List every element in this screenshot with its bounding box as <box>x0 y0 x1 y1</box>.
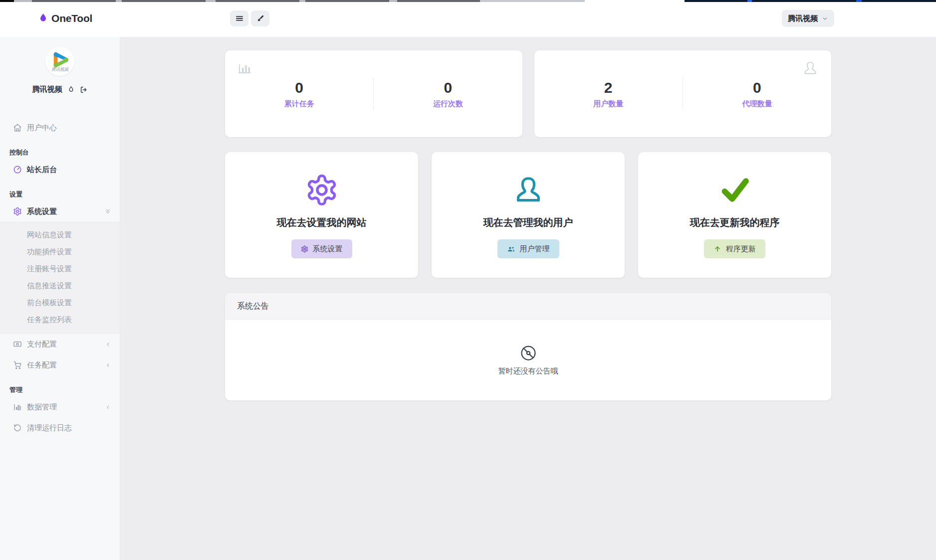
button-label: 用户管理 <box>520 244 550 254</box>
stat-label: 代理数量 <box>683 99 831 109</box>
check-icon <box>717 172 753 208</box>
sidebar-item-webmaster-console[interactable]: 站长后台 <box>0 159 120 180</box>
stat-value: 0 <box>683 79 831 96</box>
home-icon <box>12 123 22 132</box>
sidebar-menu: 用户中心 控制台 站长后台 设置 系统设置 网站信息设置 功能插件设置 注册账号… <box>0 117 120 438</box>
empty-text: 暂时还没有公告哦 <box>498 367 558 376</box>
sidebar-section-manage: 管理 <box>0 385 120 394</box>
chart-bars-icon <box>237 60 252 75</box>
theme-brush-button[interactable] <box>251 10 269 26</box>
stat-label: 运行次数 <box>374 99 522 109</box>
sidebar-toggle-button[interactable] <box>230 10 248 26</box>
sidebar-profile: 腾讯视频 腾讯视频 <box>0 37 120 94</box>
stats-row: 0 累计任务 0 运行次数 2 用户数量 0 <box>225 50 831 137</box>
profile-name: 腾讯视频 <box>32 85 62 94</box>
site-switcher-label: 腾讯视频 <box>788 14 818 23</box>
sidebar-item-system-settings[interactable]: 系统设置 <box>0 201 120 222</box>
chevron-down-icon <box>822 15 828 22</box>
button-label: 程序更新 <box>726 244 756 254</box>
update-program-card: 现在去更新我的程序 程序更新 <box>638 152 831 278</box>
stat-label: 累计任务 <box>225 99 373 109</box>
chevron-left-icon <box>105 404 111 410</box>
gear-icon <box>12 207 22 216</box>
system-settings-button[interactable]: 系统设置 <box>291 239 352 258</box>
stat-user-count: 2 用户数量 <box>534 79 683 109</box>
sidebar-item-label: 系统设置 <box>27 207 57 216</box>
stat-run-count: 0 运行次数 <box>374 79 522 109</box>
action-cards-row: 现在去设置我的网站 系统设置 现在去管理我的用户 用户管理 <box>225 152 831 278</box>
submenu-item-plugins[interactable]: 功能插件设置 <box>0 243 120 260</box>
setup-site-card: 现在去设置我的网站 系统设置 <box>225 152 418 278</box>
tasks-stat-card: 0 累计任务 0 运行次数 <box>225 50 522 137</box>
hamburger-icon <box>235 14 244 23</box>
bar-chart-icon <box>12 402 22 411</box>
announcement-panel: 系统公告 暂时还没有公告哦 <box>225 293 831 400</box>
brand: OneTool <box>38 0 92 37</box>
chevron-left-icon <box>105 363 111 368</box>
stat-value: 0 <box>225 79 373 96</box>
sidebar-item-label: 用户中心 <box>27 123 57 133</box>
paintbrush-icon <box>256 14 264 23</box>
brand-name: OneTool <box>51 12 92 24</box>
browser-tab-strip <box>0 0 936 2</box>
stat-value: 0 <box>374 79 522 96</box>
banknote-icon <box>12 340 22 349</box>
sidebar-item-user-center[interactable]: 用户中心 <box>0 117 120 138</box>
sidebar: 腾讯视频 腾讯视频 用户中心 控制台 站长后台 设置 <box>0 37 120 560</box>
gauge-icon <box>12 165 22 174</box>
button-label: 系统设置 <box>313 244 343 254</box>
chevron-double-down-icon <box>105 208 111 214</box>
sidebar-item-label: 数据管理 <box>27 402 57 412</box>
action-card-title: 现在去管理我的用户 <box>483 216 573 229</box>
sidebar-section-settings: 设置 <box>0 190 120 199</box>
sidebar-item-task-config[interactable]: 任务配置 <box>0 355 120 375</box>
user-icon <box>513 172 544 208</box>
user-management-button[interactable]: 用户管理 <box>497 239 559 258</box>
main-content: 0 累计任务 0 运行次数 2 用户数量 0 <box>120 37 936 560</box>
cart-icon <box>12 361 22 370</box>
program-update-button[interactable]: 程序更新 <box>704 239 765 258</box>
submenu-item-task-monitor[interactable]: 任务监控列表 <box>0 311 120 328</box>
sidebar-item-label: 任务配置 <box>27 361 57 370</box>
sidebar-section-console: 控制台 <box>0 148 120 157</box>
chevron-left-icon <box>105 342 111 347</box>
sidebar-item-label: 清理运行日志 <box>27 423 72 433</box>
onetool-logo-icon <box>38 13 48 24</box>
manage-users-card: 现在去管理我的用户 用户管理 <box>432 152 625 278</box>
logout-icon[interactable] <box>80 86 88 94</box>
gear-icon <box>301 245 308 253</box>
gear-icon <box>305 172 339 208</box>
site-switcher-dropdown[interactable]: 腾讯视频 <box>782 10 834 27</box>
submenu-item-message-push[interactable]: 信息推送设置 <box>0 277 120 294</box>
submenu-item-front-template[interactable]: 前台模板设置 <box>0 294 120 311</box>
submenu-item-site-info[interactable]: 网站信息设置 <box>0 226 120 243</box>
stat-label: 用户数量 <box>534 99 683 109</box>
site-avatar[interactable]: 腾讯视频 <box>45 47 74 76</box>
sidebar-item-label: 支付配置 <box>27 340 57 349</box>
refresh-icon <box>12 423 22 432</box>
stat-value: 2 <box>534 79 683 96</box>
sidebar-item-clear-logs[interactable]: 清理运行日志 <box>0 417 120 438</box>
announcement-empty-state: 暂时还没有公告哦 <box>225 320 831 400</box>
announcement-header: 系统公告 <box>225 293 831 320</box>
system-settings-submenu: 网站信息设置 功能插件设置 注册账号设置 信息推送设置 前台模板设置 任务监控列… <box>0 222 120 334</box>
sidebar-item-data-manage[interactable]: 数据管理 <box>0 396 120 417</box>
arrow-up-icon <box>713 245 721 253</box>
action-card-title: 现在去设置我的网站 <box>277 216 367 229</box>
users-stat-card: 2 用户数量 0 代理数量 <box>534 50 832 137</box>
topbar: OneTool 腾讯视频 <box>0 0 936 37</box>
users-icon <box>507 245 515 253</box>
stat-agent-count: 0 代理数量 <box>683 79 831 109</box>
action-card-title: 现在去更新我的程序 <box>690 216 780 229</box>
drop-icon[interactable] <box>67 86 75 93</box>
avatar-caption: 腾讯视频 <box>51 67 68 73</box>
sidebar-item-payment-config[interactable]: 支付配置 <box>0 334 120 355</box>
stat-total-tasks: 0 累计任务 <box>225 79 373 109</box>
person-icon <box>802 60 818 76</box>
submenu-item-register-account[interactable]: 注册账号设置 <box>0 260 120 277</box>
sidebar-item-label: 站长后台 <box>27 165 57 175</box>
empty-disc-icon <box>519 344 537 362</box>
